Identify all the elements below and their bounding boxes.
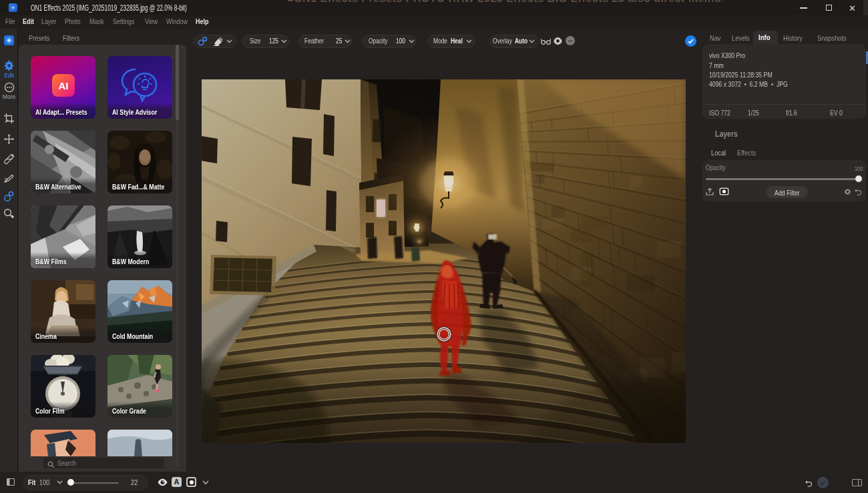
svg-text:AI: AI	[59, 80, 69, 91]
